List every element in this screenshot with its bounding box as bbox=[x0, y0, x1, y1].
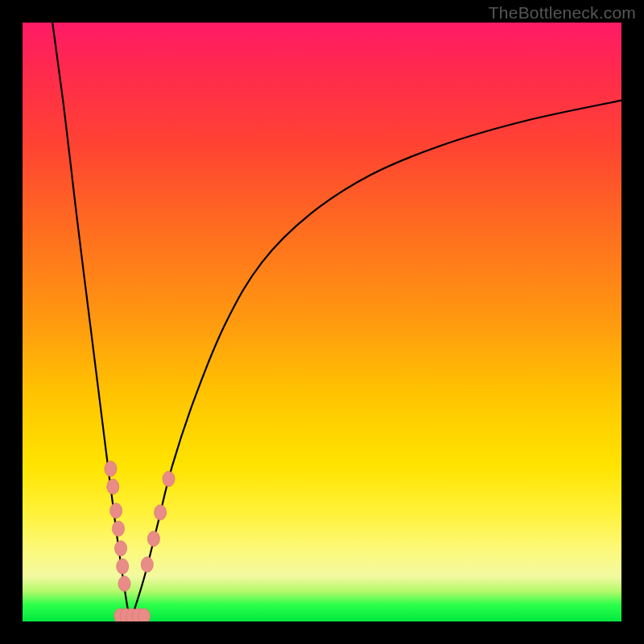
data-marker bbox=[107, 479, 119, 494]
data-marker bbox=[117, 559, 129, 574]
data-marker bbox=[163, 471, 175, 486]
data-marker bbox=[105, 461, 117, 477]
data-marker bbox=[147, 531, 159, 547]
data-marker bbox=[118, 576, 130, 592]
curve-right-branch bbox=[130, 101, 621, 621]
data-marker bbox=[155, 505, 167, 520]
data-marker bbox=[138, 609, 151, 621]
data-marker bbox=[141, 557, 153, 572]
data-marker bbox=[113, 521, 125, 536]
data-markers bbox=[105, 461, 175, 621]
chart-svg bbox=[23, 23, 621, 621]
data-marker bbox=[115, 541, 127, 556]
watermark-text: TheBottleneck.com bbox=[489, 3, 636, 23]
chart-plot-area bbox=[23, 23, 621, 621]
data-marker bbox=[110, 503, 122, 518]
chart-frame: TheBottleneck.com bbox=[0, 0, 644, 644]
